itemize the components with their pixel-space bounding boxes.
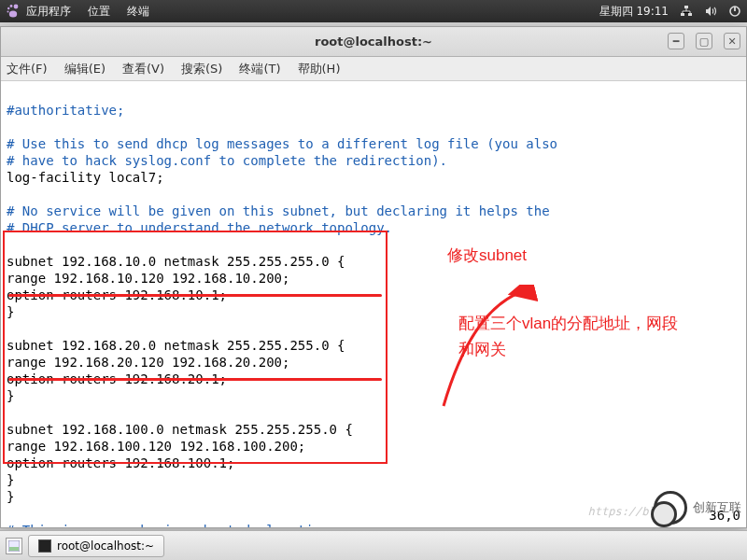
svg-rect-11 <box>9 547 19 551</box>
svg-point-2 <box>7 7 9 9</box>
svg-rect-5 <box>684 6 688 8</box>
bottom-panel: root@localhost:~ <box>0 530 747 560</box>
annotation-text: 配置三个vlan的分配地址，网段和网关 <box>458 311 678 363</box>
menu-view[interactable]: 查看(V) <box>122 61 164 77</box>
show-desktop-icon[interactable] <box>6 538 22 554</box>
volume-icon[interactable] <box>704 5 717 18</box>
panel-menu-applications[interactable]: 应用程序 <box>26 4 71 20</box>
comment-line: # No service will be given on this subne… <box>7 203 550 218</box>
config-line: subnet 192.168.10.0 netmask 255.255.255.… <box>7 254 345 269</box>
svg-point-1 <box>10 5 13 7</box>
gnome-foot-icon <box>6 4 21 19</box>
menubar: 文件(F) 编辑(E) 查看(V) 搜索(S) 终端(T) 帮助(H) <box>1 57 746 81</box>
config-line: } <box>7 472 14 487</box>
comment-line: # DHCP server to understand the network … <box>7 220 392 235</box>
menu-file[interactable]: 文件(F) <box>7 61 48 77</box>
terminal-viewport[interactable]: #authoritative; # Use this to send dhcp … <box>1 81 746 527</box>
config-line: range 192.168.20.120 192.168.20.200; <box>7 355 289 370</box>
network-icon[interactable] <box>680 5 693 18</box>
maximize-button[interactable]: ▢ <box>696 33 712 49</box>
config-line: range 192.168.10.120 192.168.10.200; <box>7 271 289 286</box>
comment-line: # Use this to send dhcp log messages to … <box>7 136 557 151</box>
panel-menu-terminal[interactable]: 终端 <box>127 4 149 20</box>
svg-rect-7 <box>688 13 692 16</box>
brand-name: 创新互联 <box>693 499 741 516</box>
config-line: subnet 192.168.20.0 netmask 255.255.255.… <box>7 338 345 353</box>
terminal-icon <box>38 539 51 553</box>
panel-menu-places[interactable]: 位置 <box>88 4 110 20</box>
svg-point-4 <box>9 10 17 17</box>
config-line: range 192.168.100.120 192.168.100.200; <box>7 439 305 454</box>
brand-watermark: 创新互联 <box>654 491 741 525</box>
menu-search[interactable]: 搜索(S) <box>181 61 222 77</box>
annotation-text: 修改subnet <box>447 247 527 264</box>
power-icon[interactable] <box>728 5 741 18</box>
config-line: } <box>7 304 14 319</box>
comment-line: # have to hack syslog.conf to complete t… <box>7 153 447 168</box>
annotation-underline <box>8 294 382 297</box>
brand-logo-icon <box>654 491 687 525</box>
config-line: } <box>7 388 14 403</box>
config-line: subnet 192.168.100.0 netmask 255.255.255… <box>7 422 353 437</box>
svg-point-3 <box>7 11 9 13</box>
taskbar-item-label: root@localhost:~ <box>57 539 154 553</box>
titlebar: root@localhost:~ ━ ▢ ✕ <box>1 27 746 57</box>
top-panel: 应用程序 位置 终端 星期四 19:11 <box>0 0 747 22</box>
comment-line: #authoritative; <box>7 103 124 118</box>
config-line: } <box>7 489 14 504</box>
svg-point-0 <box>14 5 19 9</box>
svg-rect-6 <box>681 13 684 16</box>
menu-terminal[interactable]: 终端(T) <box>239 61 280 77</box>
window-title: root@localhost:~ <box>315 35 432 49</box>
minimize-button[interactable]: ━ <box>668 33 684 49</box>
menu-help[interactable]: 帮助(H) <box>298 61 341 77</box>
terminal-window: root@localhost:~ ━ ▢ ✕ 文件(F) 编辑(E) 查看(V)… <box>0 26 747 528</box>
taskbar-item-terminal[interactable]: root@localhost:~ <box>28 535 164 557</box>
config-line: log-facility local7; <box>7 170 164 185</box>
clock[interactable]: 星期四 19:11 <box>599 4 669 20</box>
comment-line: # This is a very basic subnet declaratio… <box>7 523 337 527</box>
config-line: option routers 192.168.100.1; <box>7 455 234 470</box>
menu-edit[interactable]: 编辑(E) <box>64 61 106 77</box>
close-button[interactable]: ✕ <box>724 33 740 49</box>
annotation-underline <box>8 378 382 381</box>
